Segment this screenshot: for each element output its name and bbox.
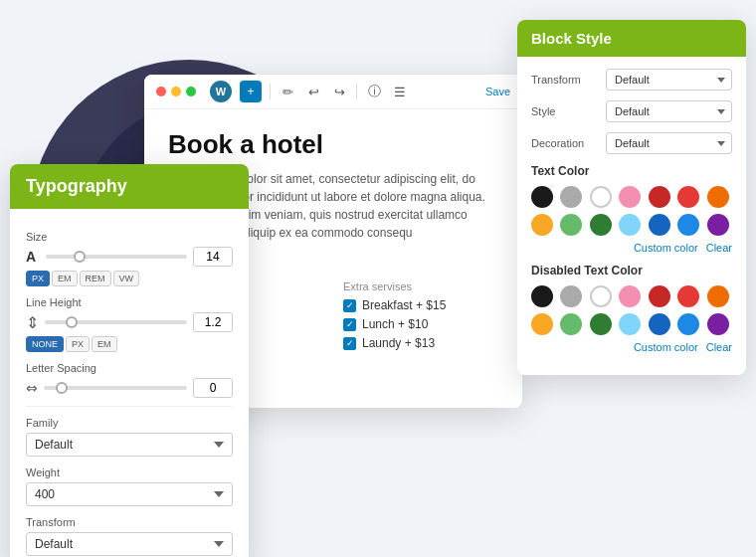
disabled-swatch-orange[interactable] xyxy=(707,285,729,307)
lh-unit-px[interactable]: PX xyxy=(66,336,90,352)
disabled-swatch-gray[interactable] xyxy=(560,285,582,307)
disabled-custom-color-link[interactable]: Custom color xyxy=(634,341,698,353)
lh-unit-buttons: NONE PX EM xyxy=(26,336,233,352)
disabled-swatch-white[interactable] xyxy=(590,285,612,307)
size-label: Size xyxy=(26,231,233,243)
bs-transform-select[interactable]: Default xyxy=(606,69,732,91)
letter-spacing-input[interactable] xyxy=(193,378,233,398)
line-height-icon: ⇕ xyxy=(26,313,39,332)
traffic-light-green[interactable] xyxy=(186,87,196,96)
size-unit-vw[interactable]: VW xyxy=(113,271,140,286)
color-swatch-orange[interactable] xyxy=(707,186,729,208)
traffic-lights xyxy=(156,87,196,96)
service-label: Laundy + $13 xyxy=(362,336,435,350)
family-label: Family xyxy=(26,417,233,429)
bs-transform-label: Transform xyxy=(531,74,606,86)
color-swatch-green-dark[interactable] xyxy=(590,214,612,236)
editor-title: Book a hotel xyxy=(168,129,498,160)
text-color-grid-row2 xyxy=(531,214,732,236)
typography-body: Size A PX EM REM VW Line Height ⇕ NONE P… xyxy=(10,209,249,557)
line-height-label: Line Height xyxy=(26,296,233,308)
redo-icon[interactable]: ↪ xyxy=(330,83,348,100)
disabled-swatch-red-dark[interactable] xyxy=(649,285,670,307)
color-swatch-pink-light[interactable] xyxy=(619,186,641,208)
traffic-light-red[interactable] xyxy=(156,87,166,96)
color-swatch-green-light[interactable] xyxy=(560,214,582,236)
typography-header: Typography xyxy=(10,164,249,209)
list-item: ✓ Laundy + $13 xyxy=(343,336,498,350)
weight-label: Weight xyxy=(26,466,233,478)
disabled-color-actions: Custom color Clear xyxy=(531,341,732,353)
settings-icon[interactable]: ☰ xyxy=(391,83,409,100)
text-color-actions: Custom color Clear xyxy=(531,242,732,254)
ls-slider-thumb[interactable] xyxy=(56,382,68,394)
transform-select[interactable]: Default xyxy=(26,532,233,556)
disabled-swatch-black[interactable] xyxy=(531,285,553,307)
lh-slider-track xyxy=(45,320,187,324)
bs-style-row: Style Default xyxy=(531,100,732,122)
disabled-swatch-blue-light[interactable] xyxy=(619,313,641,335)
block-style-body: Transform Default Style Default Decorati… xyxy=(517,57,746,375)
size-unit-rem[interactable]: REM xyxy=(80,271,111,286)
text-color-grid-row1 xyxy=(531,186,732,208)
pencil-icon[interactable]: ✏ xyxy=(279,83,296,100)
color-swatch-blue[interactable] xyxy=(677,214,699,236)
disabled-swatch-blue[interactable] xyxy=(677,313,699,335)
line-height-row: ⇕ xyxy=(26,312,233,332)
save-button[interactable]: Save xyxy=(485,86,510,97)
traffic-light-yellow[interactable] xyxy=(171,87,181,96)
color-swatch-red[interactable] xyxy=(677,186,699,208)
clear-link[interactable]: Clear xyxy=(706,242,732,254)
color-swatch-purple[interactable] xyxy=(707,214,729,236)
disabled-swatch-pink-light[interactable] xyxy=(619,285,641,307)
disabled-clear-link[interactable]: Clear xyxy=(706,341,732,353)
lh-unit-em[interactable]: EM xyxy=(92,336,117,352)
col2-header: Extra servises xyxy=(343,280,498,292)
disabled-swatch-yellow[interactable] xyxy=(531,313,553,335)
size-letter: A xyxy=(26,249,40,265)
disabled-swatch-green-light[interactable] xyxy=(560,313,582,335)
size-slider-thumb[interactable] xyxy=(74,251,86,263)
disabled-color-grid-row1 xyxy=(531,285,732,307)
bs-transform-row: Transform Default xyxy=(531,69,732,91)
weight-select[interactable]: 400 xyxy=(26,482,233,506)
block-style-header: Block Style xyxy=(517,20,746,57)
letter-spacing-row: ⇔ xyxy=(26,378,233,398)
disabled-swatch-blue-dark[interactable] xyxy=(649,313,670,335)
custom-color-link[interactable]: Custom color xyxy=(634,242,698,254)
family-select[interactable]: Default xyxy=(26,433,233,457)
checkbox-breakfast[interactable]: ✓ xyxy=(343,299,356,312)
add-block-button[interactable]: + xyxy=(240,81,262,102)
list-item: ✓ Breakfast + $15 xyxy=(343,298,498,312)
disabled-swatch-green-dark[interactable] xyxy=(590,313,612,335)
size-unit-buttons: PX EM REM VW xyxy=(26,271,233,286)
editor-toolbar: W + ✏ ↩ ↪ ⓘ ☰ Save xyxy=(144,75,522,109)
lh-slider-thumb[interactable] xyxy=(66,316,78,328)
list-item: ✓ Lunch + $10 xyxy=(343,317,498,331)
color-swatch-white[interactable] xyxy=(590,186,612,208)
checkbox-lunch[interactable]: ✓ xyxy=(343,318,356,331)
disabled-color-grid-row2 xyxy=(531,313,732,335)
color-swatch-yellow[interactable] xyxy=(531,214,553,236)
bs-decoration-select[interactable]: Default xyxy=(606,132,732,154)
typography-title: Typography xyxy=(26,176,127,196)
color-swatch-blue-dark[interactable] xyxy=(649,214,670,236)
undo-icon[interactable]: ↩ xyxy=(304,83,322,100)
info-icon[interactable]: ⓘ xyxy=(365,83,383,100)
color-swatch-blue-light[interactable] xyxy=(619,214,641,236)
color-swatch-black[interactable] xyxy=(531,186,553,208)
block-style-title: Block Style xyxy=(531,30,612,47)
bs-style-select[interactable]: Default xyxy=(606,100,732,122)
size-unit-px[interactable]: PX xyxy=(26,271,50,286)
size-unit-em[interactable]: EM xyxy=(52,271,78,286)
line-height-input[interactable] xyxy=(193,312,233,332)
color-swatch-red-dark[interactable] xyxy=(649,186,670,208)
letter-spacing-label: Letter Spacing xyxy=(26,362,233,374)
size-input[interactable] xyxy=(193,247,233,267)
disabled-swatch-red[interactable] xyxy=(677,285,699,307)
lh-unit-none[interactable]: NONE xyxy=(26,336,64,352)
color-swatch-gray[interactable] xyxy=(560,186,582,208)
disabled-swatch-purple[interactable] xyxy=(707,313,729,335)
toolbar-separator1 xyxy=(270,84,271,99)
checkbox-laundy[interactable]: ✓ xyxy=(343,337,356,350)
